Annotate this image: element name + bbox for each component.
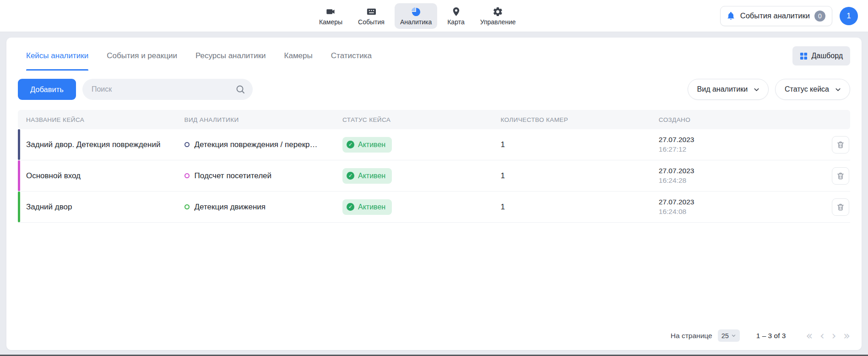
created-time: 16:27:12 <box>659 145 812 154</box>
analytics-type-dot-icon <box>184 204 190 209</box>
analytics-events-button[interactable]: События аналитики 0 <box>720 6 832 26</box>
analytics-type-dot-icon <box>184 142 190 147</box>
nav-item-analytics[interactable]: Аналитика <box>395 3 437 29</box>
case-status-filter[interactable]: Статус кейса <box>775 79 850 100</box>
nav-item-label: События <box>358 18 385 26</box>
top-bar: Камеры События Аналитика Карта <box>0 0 868 32</box>
row-accent-bar <box>18 192 20 222</box>
add-case-button[interactable]: Добавить <box>18 79 76 100</box>
status-label: Активен <box>358 141 385 149</box>
actions-cell <box>817 136 850 153</box>
actions-cell <box>817 198 850 216</box>
analytics-type-filter[interactable]: Вид аналитики <box>688 79 769 100</box>
events-icon <box>366 6 377 17</box>
pie-chart-icon <box>411 6 421 17</box>
tab-statistics[interactable]: Статистика <box>331 41 372 71</box>
pagination-range: 1 – 3 of 3 <box>756 332 786 340</box>
tab-events-reactions[interactable]: События и реакции <box>107 41 177 71</box>
check-icon: ✓ <box>347 172 354 180</box>
nav-item-cameras[interactable]: Камеры <box>314 3 348 29</box>
delete-case-button[interactable] <box>832 136 849 153</box>
pagination-bar: На странице 25 1 – 3 of 3 « ‹ › » <box>18 326 850 343</box>
analytics-type-label: Подсчет посетителей <box>195 171 271 181</box>
empty-area <box>18 223 850 326</box>
events-count-badge: 0 <box>814 11 825 22</box>
case-name: Задний двор <box>18 203 184 212</box>
dashboard-grid-icon <box>800 52 808 60</box>
created-cell: 27.07.2023 16:27:12 <box>659 135 817 154</box>
toolbar: Добавить Вид аналитики Статус кейса <box>18 79 850 100</box>
nav-item-label: Карта <box>447 18 464 26</box>
search-input[interactable] <box>82 79 253 100</box>
nav-item-map[interactable]: Карта <box>442 3 470 29</box>
dashboard-button-label: Дашборд <box>812 52 843 60</box>
nav-item-events[interactable]: События <box>353 3 390 29</box>
cameras-count: 1 <box>500 203 658 212</box>
created-cell: 27.07.2023 16:24:28 <box>659 166 817 186</box>
nav-item-label: Управление <box>480 18 516 26</box>
trash-icon <box>836 171 845 181</box>
per-page-select[interactable]: 25 <box>718 329 740 342</box>
status-badge: ✓ Активен <box>342 168 392 184</box>
search-box <box>82 79 253 100</box>
gear-icon <box>493 6 503 17</box>
check-icon: ✓ <box>347 203 354 211</box>
status-badge: ✓ Активен <box>342 199 392 215</box>
column-header-cameras-count: КОЛИЧЕСТВО КАМЕР <box>500 116 658 123</box>
tab-analytics-cases[interactable]: Кейсы аналитики <box>26 41 88 71</box>
table-row[interactable]: Задний двор Детекция движения ✓ Активен … <box>18 192 850 223</box>
last-page-icon[interactable]: » <box>843 330 850 341</box>
column-header-case-name: НАЗВАНИЕ КЕЙСА <box>18 116 184 123</box>
video-camera-icon <box>326 6 336 17</box>
analytics-panel: Кейсы аналитики События и реакции Ресурс… <box>6 38 862 350</box>
actions-cell <box>817 167 850 185</box>
table-row[interactable]: Задний двор. Детекция повреждений Детекц… <box>18 129 850 160</box>
row-accent-bar <box>18 160 20 191</box>
tab-cameras[interactable]: Камеры <box>284 41 313 71</box>
case-name: Задний двор. Детекция повреждений <box>18 140 184 149</box>
case-status-filter-label: Статус кейса <box>785 85 829 93</box>
created-time: 16:24:28 <box>659 176 812 186</box>
pager-controls: « ‹ › » <box>806 330 850 341</box>
user-avatar[interactable]: 1 <box>840 7 858 25</box>
column-header-created: СОЗДАНО <box>659 116 817 123</box>
table-row[interactable]: Основной вход Подсчет посетителей ✓ Акти… <box>18 160 850 192</box>
created-date: 27.07.2023 <box>659 197 812 207</box>
first-page-icon[interactable]: « <box>806 330 813 341</box>
trash-icon <box>836 203 845 212</box>
created-date: 27.07.2023 <box>659 166 812 176</box>
case-status-cell: ✓ Активен <box>342 137 500 153</box>
tab-analytics-resources[interactable]: Ресурсы аналитики <box>195 41 266 71</box>
status-badge: ✓ Активен <box>342 137 392 153</box>
cameras-count: 1 <box>500 140 658 149</box>
delete-case-button[interactable] <box>832 198 849 216</box>
created-cell: 27.07.2023 16:24:08 <box>659 197 817 217</box>
nav-item-management[interactable]: Управление <box>475 3 521 29</box>
dashboard-button[interactable]: Дашборд <box>792 46 851 66</box>
column-header-case-status: СТАТУС КЕЙСА <box>342 116 500 123</box>
table-header: НАЗВАНИЕ КЕЙСА ВИД АНАЛИТИКИ СТАТУС КЕЙС… <box>18 110 850 129</box>
search-icon <box>235 84 246 95</box>
trash-icon <box>836 140 845 149</box>
analytics-type-cell: Подсчет посетителей <box>184 171 342 181</box>
analytics-type-dot-icon <box>184 173 190 178</box>
nav-item-label: Аналитика <box>400 18 432 26</box>
prev-page-icon[interactable]: ‹ <box>820 330 825 341</box>
cases-table: НАЗВАНИЕ КЕЙСА ВИД АНАЛИТИКИ СТАТУС КЕЙС… <box>18 110 850 223</box>
delete-case-button[interactable] <box>832 167 849 185</box>
analytics-type-cell: Детекция движения <box>184 203 342 212</box>
chevron-down-icon <box>753 86 760 93</box>
next-page-icon[interactable]: › <box>832 330 836 341</box>
created-date: 27.07.2023 <box>659 135 812 145</box>
map-pin-icon <box>450 6 461 17</box>
primary-nav: Камеры События Аналитика Карта <box>314 3 521 29</box>
nav-item-label: Камеры <box>319 18 342 26</box>
analytics-type-filter-label: Вид аналитики <box>697 85 748 93</box>
analytics-type-cell: Детекция повреждения / перекр… <box>184 140 342 149</box>
case-name: Основной вход <box>18 171 184 181</box>
events-button-label: События аналитики <box>740 11 810 20</box>
status-label: Активен <box>358 172 385 180</box>
chevron-down-icon <box>731 333 736 338</box>
status-label: Активен <box>358 203 385 211</box>
bell-icon <box>726 11 736 21</box>
